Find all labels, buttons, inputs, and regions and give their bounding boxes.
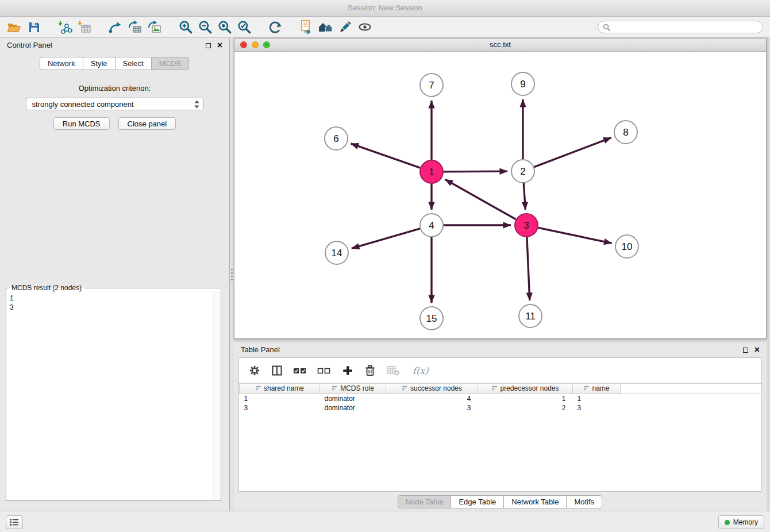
tab-edge-table[interactable]: Edge Table: [451, 495, 504, 508]
sort-icon: [583, 385, 590, 391]
column-header-filler: [621, 384, 762, 394]
delete-table-icon: [386, 365, 400, 376]
zoom-fit-button[interactable]: [215, 18, 234, 36]
select-all-rows-button[interactable]: [293, 365, 307, 376]
export-table-button[interactable]: [125, 18, 145, 36]
node-label-6: 6: [333, 133, 338, 144]
close-panel-button[interactable]: Close panel: [118, 117, 176, 130]
edge-3-11[interactable]: [527, 237, 530, 300]
refresh-view-button[interactable]: [265, 18, 285, 36]
edge-3-10[interactable]: [538, 228, 612, 243]
column-header-predecessor-nodes[interactable]: predecessor nodes: [478, 384, 573, 394]
window-titlebar: Session: New Session: [0, 0, 770, 17]
import-table-button[interactable]: [75, 18, 94, 36]
copy-style-button[interactable]: [297, 18, 316, 36]
network-window-titlebar[interactable]: × − + scc.txt: [234, 38, 766, 52]
network-window: × − + scc.txt 7968124314101511: [234, 38, 767, 339]
node-label-3: 3: [523, 220, 529, 231]
open-session-button[interactable]: [5, 18, 24, 36]
table-panel-title: Table Panel: [241, 345, 280, 354]
optimization-dropdown[interactable]: strongly connected component: [26, 98, 204, 110]
zoom-in-button[interactable]: [176, 18, 195, 36]
column-header-shared-name[interactable]: shared name: [240, 384, 320, 394]
column-header-name[interactable]: name: [573, 384, 621, 394]
table-options-button[interactable]: [248, 364, 261, 377]
table-row[interactable]: 1dominator411: [240, 394, 762, 404]
add-row-button[interactable]: [341, 364, 354, 377]
result-line: 3: [10, 303, 209, 312]
table-panel-header: Table Panel ×: [234, 342, 767, 357]
search-input[interactable]: [613, 22, 758, 32]
close-window-icon[interactable]: ×: [240, 41, 247, 48]
maximize-window-icon[interactable]: +: [263, 41, 270, 48]
mcds-result-title: MCDS result (2 nodes): [9, 284, 84, 292]
tab-network-table[interactable]: Network Table: [503, 495, 567, 508]
column-header-successor-nodes[interactable]: successor nodes: [386, 384, 478, 394]
sort-icon: [402, 385, 408, 391]
tab-select[interactable]: Select: [115, 57, 152, 70]
column-header-MCDS-role[interactable]: MCDS role: [320, 384, 386, 394]
mcds-result-box: MCDS result (2 nodes) 13: [6, 284, 221, 501]
tab-network[interactable]: Network: [40, 57, 83, 70]
splitter-handle-icon: [231, 268, 233, 282]
show-columns-button[interactable]: [271, 365, 283, 376]
zoom-out-button[interactable]: [195, 18, 215, 36]
float-panel-icon[interactable]: [206, 43, 211, 48]
panel-splitter[interactable]: [230, 38, 234, 511]
network-window-title: scc.txt: [490, 40, 511, 49]
float-table-panel-icon[interactable]: [743, 348, 748, 353]
node-label-9: 9: [520, 79, 525, 90]
memory-label: Memory: [733, 518, 758, 526]
zoom-selected-button[interactable]: [234, 18, 254, 36]
node-label-8: 8: [623, 127, 628, 138]
checked-boxes-icon: [293, 365, 307, 376]
delete-table-button[interactable]: [386, 365, 400, 376]
edge-4-14[interactable]: [352, 229, 420, 249]
import-network-button[interactable]: [55, 18, 75, 36]
table-panel: Table Panel ×: [234, 342, 767, 511]
unselect-all-rows-button[interactable]: [317, 365, 331, 376]
show-hide-button[interactable]: [355, 18, 375, 36]
control-panel-tabs: NetworkStyleSelectMCDS: [0, 57, 229, 70]
close-table-panel-icon[interactable]: ×: [754, 345, 760, 354]
function-builder-button[interactable]: f(x): [410, 365, 428, 376]
edge-2-3[interactable]: [523, 183, 525, 210]
window-title: Session: New Session: [348, 3, 422, 12]
edge-1-2[interactable]: [444, 171, 507, 172]
node-label-15: 15: [426, 313, 437, 324]
edge-3-1[interactable]: [445, 179, 516, 219]
tab-motifs[interactable]: Motifs: [566, 495, 602, 508]
run-mcds-button[interactable]: Run MCDS: [53, 117, 110, 130]
apply-style-button[interactable]: [336, 18, 355, 36]
table-row[interactable]: 3dominator323: [240, 403, 762, 413]
floppy-disk-icon: [27, 20, 41, 34]
export-network-button[interactable]: [106, 18, 125, 36]
task-history-button[interactable]: [6, 515, 23, 529]
save-session-button[interactable]: [24, 18, 44, 36]
list-icon: [10, 518, 19, 526]
network-canvas[interactable]: 7968124314101511: [234, 52, 766, 339]
result-line: 1: [10, 294, 209, 303]
node-label-7: 7: [429, 80, 434, 91]
node-table: shared nameMCDS rolesuccessor nodesprede…: [239, 383, 761, 413]
node-label-10: 10: [622, 241, 633, 252]
result-scrollbar[interactable]: [213, 292, 221, 500]
eye-icon: [357, 20, 372, 34]
export-image-icon: [147, 20, 162, 34]
table-area: f(x) shared nameMCDS rolesuccessor nodes…: [238, 357, 762, 492]
search-box[interactable]: [598, 21, 763, 33]
export-image-button[interactable]: [145, 18, 164, 36]
node-label-2: 2: [520, 166, 525, 177]
tab-style[interactable]: Style: [83, 57, 116, 70]
tab-node-table[interactable]: Node Table: [398, 495, 452, 508]
close-panel-icon[interactable]: ×: [217, 41, 222, 50]
edge-2-8[interactable]: [534, 138, 611, 167]
memory-button[interactable]: Memory: [718, 515, 764, 529]
node-label-1: 1: [429, 167, 434, 178]
delete-rows-button[interactable]: [364, 364, 376, 377]
tab-mcds[interactable]: MCDS: [151, 57, 189, 70]
minimize-window-icon[interactable]: −: [252, 41, 259, 48]
home-layout-button[interactable]: [316, 18, 336, 36]
edge-1-6[interactable]: [351, 144, 420, 168]
columns-icon: [271, 365, 283, 376]
